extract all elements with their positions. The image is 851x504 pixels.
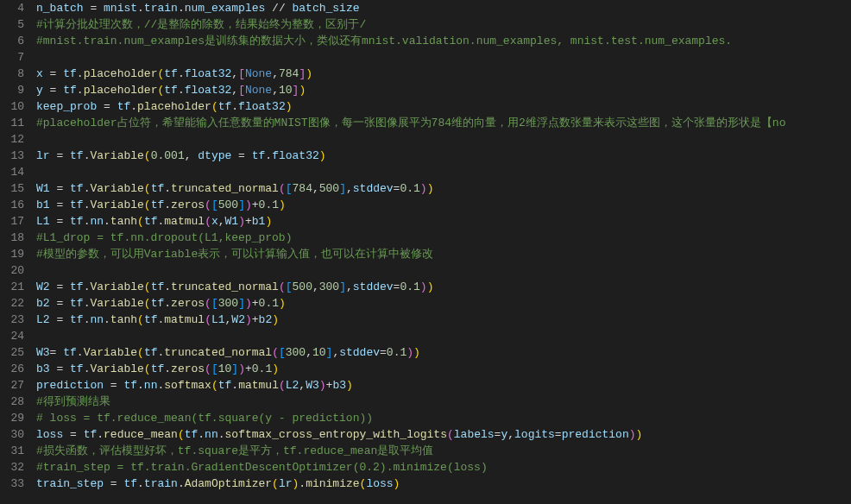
code-line[interactable]: #train_step = tf.train.GradientDescentOp…: [36, 459, 851, 476]
token-op: =: [56, 215, 70, 228]
token-var: labels: [454, 428, 495, 441]
token-paren: (: [211, 100, 218, 113]
token-num: 10: [218, 362, 232, 375]
line-number: 9: [0, 82, 24, 98]
token-paren: (: [144, 182, 151, 195]
code-line[interactable]: b2 = tf.Variable(tf.zeros([300])+0.1): [36, 295, 851, 312]
token-fn: truncated_normal: [171, 182, 279, 195]
token-comment: #得到预测结果: [36, 395, 110, 408]
token-prop: num_examples: [185, 2, 272, 15]
code-line[interactable]: #mnist.train.num_examples是训练集的数据大小，类似还有m…: [36, 33, 851, 49]
token-punc: .: [178, 477, 185, 490]
token-paren2: (: [205, 297, 211, 310]
token-paren2: (: [279, 379, 286, 392]
code-line[interactable]: #损失函数，评估模型好坏，tf.square是平方，tf.reduce_mean…: [36, 443, 851, 459]
code-line[interactable]: #计算分批处理次数，//是整除的除数，结果始终为整数，区别于/: [36, 16, 851, 33]
line-number: 29: [0, 410, 24, 426]
token-punc: .: [137, 2, 144, 15]
token-var: tf: [144, 313, 158, 326]
line-number: 31: [0, 443, 24, 459]
code-line[interactable]: L2 = tf.nn.tanh(tf.matmul(L1,W2)+b2): [36, 312, 851, 328]
code-line[interactable]: x = tf.placeholder(tf.float32,[None,784]…: [36, 66, 851, 82]
line-number: 10: [0, 98, 24, 115]
token-var: b1: [36, 198, 56, 211]
token-var: tf: [185, 428, 199, 441]
token-var: tf: [123, 477, 137, 490]
token-punc: .: [164, 297, 171, 310]
token-prop: float32: [238, 100, 286, 113]
token-var: tf: [70, 313, 84, 326]
token-fn: matmul: [164, 215, 205, 228]
token-const: None: [245, 84, 272, 97]
token-var: tf: [252, 149, 266, 162]
token-num: 0.1: [252, 362, 272, 375]
token-num: 300: [218, 297, 238, 310]
code-line[interactable]: #placeholder占位符，希望能输入任意数量的MNIST图像，每一张图像展…: [36, 115, 851, 131]
token-paren2: ): [238, 362, 245, 375]
token-var: x: [211, 215, 218, 228]
token-fn: AdamOptimizer: [185, 477, 272, 490]
line-number: 28: [0, 394, 24, 410]
token-var: tf: [70, 215, 84, 228]
code-line[interactable]: [36, 49, 851, 66]
token-var: batch_size: [293, 2, 360, 15]
line-number: 15: [0, 180, 24, 197]
code-line[interactable]: b3 = tf.Variable(tf.zeros([10])+0.1): [36, 361, 851, 377]
token-punc: .: [164, 182, 171, 195]
code-line[interactable]: keep_prob = tf.placeholder(tf.float32): [36, 98, 851, 115]
token-var: lr: [36, 149, 56, 162]
token-num: 784: [279, 67, 299, 80]
code-line[interactable]: W1 = tf.Variable(tf.truncated_normal([78…: [36, 180, 851, 197]
token-punc: ,: [272, 67, 279, 80]
line-number: 32: [0, 459, 24, 476]
code-editor[interactable]: 4567891011121314151617181920212223242526…: [0, 0, 851, 504]
token-paren3: [: [279, 346, 286, 359]
code-line[interactable]: #模型的参数，可以用Variable表示，可以计算输入值，也可以在计算中被修改: [36, 246, 851, 262]
token-punc: .: [299, 477, 306, 490]
code-line[interactable]: [36, 262, 851, 279]
token-var: L1: [36, 215, 56, 228]
token-paren: ): [272, 362, 279, 375]
line-number: 13: [0, 148, 24, 164]
token-paren2: (: [279, 182, 286, 195]
token-fn: Variable: [90, 198, 143, 211]
line-number: 20: [0, 262, 24, 279]
token-op: =: [56, 297, 70, 310]
code-line[interactable]: #得到预测结果: [36, 394, 851, 410]
token-var: W2: [231, 313, 245, 326]
token-op: =: [56, 280, 70, 293]
code-line[interactable]: [36, 164, 851, 180]
code-line[interactable]: W3= tf.Variable(tf.truncated_normal([300…: [36, 344, 851, 361]
token-fn: Variable: [90, 182, 143, 195]
token-punc: .: [178, 67, 185, 80]
token-var: mnist: [104, 2, 137, 15]
code-line[interactable]: [36, 131, 851, 148]
line-number: 11: [0, 115, 24, 131]
token-var: tf: [70, 149, 84, 162]
code-line[interactable]: [36, 328, 851, 344]
token-var: b1: [252, 215, 266, 228]
code-line[interactable]: y = tf.placeholder(tf.float32,[None,10]): [36, 82, 851, 98]
code-line[interactable]: W2 = tf.Variable(tf.truncated_normal([50…: [36, 279, 851, 295]
code-line[interactable]: loss = tf.reduce_mean(tf.nn.softmax_cros…: [36, 426, 851, 443]
code-line[interactable]: lr = tf.Variable(0.001, dtype = tf.float…: [36, 148, 851, 164]
code-area[interactable]: n_batch = mnist.train.num_examples // ba…: [36, 0, 851, 504]
code-line[interactable]: b1 = tf.Variable(tf.zeros([500])+0.1): [36, 197, 851, 213]
line-number: 21: [0, 279, 24, 295]
token-prop: nn: [205, 428, 218, 441]
token-var: logits: [514, 428, 555, 441]
token-prop: nn: [90, 215, 104, 228]
token-paren2: ): [319, 379, 326, 392]
code-line[interactable]: train_step = tf.train.AdamOptimizer(lr).…: [36, 476, 851, 492]
token-punc: .: [265, 149, 272, 162]
token-fn: matmul: [238, 379, 279, 392]
line-number: 30: [0, 426, 24, 443]
code-line[interactable]: prediction = tf.nn.softmax(tf.matmul(L2,…: [36, 377, 851, 394]
token-var: tf: [218, 379, 232, 392]
token-paren: (: [144, 149, 151, 162]
code-line[interactable]: #L1_drop = tf.nn.dropout(L1,keep_prob): [36, 230, 851, 246]
token-paren2: [: [238, 84, 245, 97]
code-line[interactable]: # loss = tf.reduce_mean(tf.square(y - pr…: [36, 410, 851, 426]
code-line[interactable]: n_batch = mnist.train.num_examples // ba…: [36, 0, 851, 16]
code-line[interactable]: L1 = tf.nn.tanh(tf.matmul(x,W1)+b1): [36, 213, 851, 230]
